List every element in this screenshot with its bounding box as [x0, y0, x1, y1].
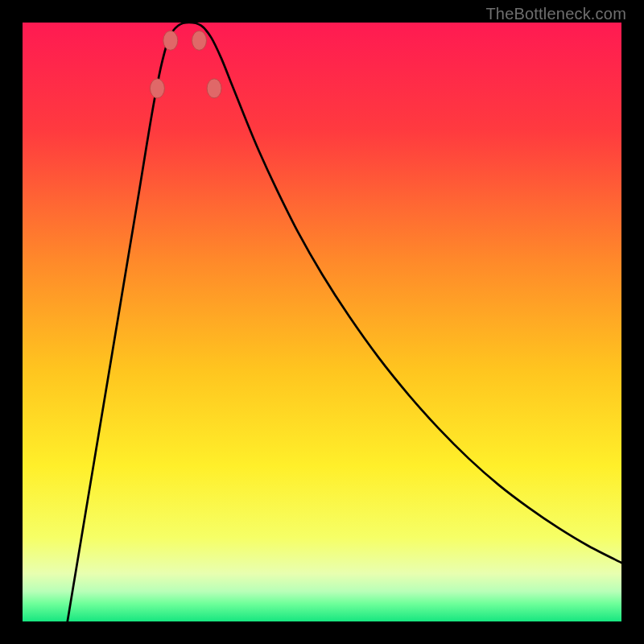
data-marker	[192, 31, 206, 50]
data-marker	[207, 79, 221, 98]
curve-layer	[23, 23, 621, 621]
bottleneck-curve	[68, 23, 621, 621]
watermark-text: TheBottleneck.com	[485, 5, 626, 23]
data-marker	[150, 79, 164, 98]
chart-frame: TheBottleneck.com	[0, 0, 644, 644]
data-marker	[163, 31, 178, 50]
plot-area	[23, 23, 621, 621]
